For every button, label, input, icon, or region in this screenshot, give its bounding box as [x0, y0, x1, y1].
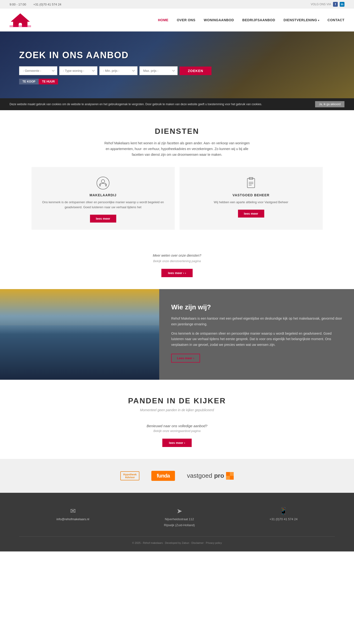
- cookie-text: Deze website maakt gebruik van cookies o…: [10, 102, 262, 106]
- facebook-icon[interactable]: f: [333, 2, 338, 7]
- nav: HOME OVER ONS WONINGAANBOD BEDRIJFSAANBO…: [158, 18, 344, 22]
- footer-phone: +31 (0)70 41 574 24: [269, 517, 297, 521]
- svg-rect-2: [10, 25, 31, 27]
- email-icon: ✉: [70, 507, 76, 515]
- hours: 9:00 - 17:00: [10, 2, 26, 6]
- koop-huur-tabs: TE KOOP TE HUUR: [19, 79, 335, 84]
- tab-huur[interactable]: TE HUUR: [39, 79, 58, 84]
- nav-bedrijfsaanbod[interactable]: BEDRIJFSAANBOD: [242, 18, 275, 22]
- footer-address-line1: Nijverheidsstraat 112: [165, 517, 194, 521]
- gemeente-select[interactable]: - Gemeente -: [19, 66, 57, 75]
- logo-icon: [10, 12, 31, 28]
- linkedin-icon[interactable]: in: [340, 2, 344, 7]
- search-bar: - Gemeente - - Type woning - - Min. prij…: [19, 66, 335, 75]
- vastgoed-icon: [187, 176, 315, 190]
- panden-cta-subtitle: Bekijk onze woningaanbod pagina: [19, 429, 335, 433]
- wie-image: [0, 289, 159, 380]
- meer-diensten-button[interactable]: lees meer ›: [161, 269, 193, 277]
- svg-rect-13: [226, 472, 230, 476]
- card-vastgoed: VASTGOED BEHEER Wij hebben een aparte af…: [180, 167, 323, 230]
- diensten-intro: Rehof Makelaars kent het wonen in al zij…: [103, 140, 251, 158]
- diensten-section: DIENSTEN Rehof Makelaars kent het wonen …: [0, 110, 354, 242]
- makelaardij-icon: [39, 176, 168, 190]
- nav-home[interactable]: HOME: [158, 18, 169, 22]
- panden-cta-button[interactable]: lees meer: [162, 439, 192, 447]
- wie-content: Wie zijn wij? Rehof Makelaars is een kan…: [159, 289, 354, 380]
- tab-koop[interactable]: TE KOOP: [19, 79, 39, 84]
- card-makelaardij: MAKELAARDIJ Ons kenmerk is de ontspannen…: [32, 167, 175, 230]
- social-label: VOLG ONS VIA: [311, 2, 331, 6]
- wie-section: Wie zijn wij? Rehof Makelaars is een kan…: [0, 289, 354, 380]
- panden-section: PANDEN IN DE KIJKER Momenteel geen pande…: [0, 380, 354, 459]
- geen-panden: Momenteel geen panden in de kijker gepub…: [19, 408, 335, 412]
- type-select[interactable]: - Type woning -: [59, 66, 97, 75]
- min-prijs-select[interactable]: - Min. prijs -: [99, 66, 138, 75]
- panden-cta: Benieuwd naar ons volledige aanbod? Beki…: [19, 424, 335, 447]
- diensten-cards: MAKELAARDIJ Ons kenmerk is de ontspannen…: [19, 167, 335, 230]
- nav-dienstverlening[interactable]: DIENSTVERLENING: [284, 18, 319, 22]
- footer-address-line2: Rijswijk (Zuid-Holland): [164, 523, 195, 527]
- max-prijs-select[interactable]: Max. prijs -: [139, 66, 178, 75]
- meer-diensten-question: Meer weten over onze diensten?: [19, 254, 335, 257]
- wie-title: Wie zijn wij?: [171, 304, 342, 311]
- diensten-title: DIENSTEN: [19, 127, 335, 136]
- meer-diensten-subtitle: Bekijk onze dienstverlening pagina: [19, 259, 335, 263]
- phone-number: +31 (0)70 41 574 24: [33, 2, 61, 6]
- wie-para2: Ons kenmerk is de ontspannen sfeer en pe…: [171, 331, 342, 348]
- logo[interactable]: [10, 12, 31, 28]
- footer-phone-item: 📱 +31 (0)70 41 574 24: [269, 507, 297, 527]
- topbar-right: VOLG ONS VIA f in: [311, 2, 344, 7]
- partner-vastgoedpro: vastgoed pro: [187, 472, 233, 480]
- card2-title: VASTGOED BEHEER: [187, 193, 315, 197]
- footer-address-item: ➤ Nijverheidsstraat 112 Rijswijk (Zuid-H…: [164, 507, 195, 527]
- wie-button[interactable]: Lees meer: [171, 354, 200, 362]
- svg-rect-14: [230, 472, 234, 476]
- nav-over-ons[interactable]: OVER ONS: [177, 18, 195, 22]
- meer-diensten-section: Meer weten over onze diensten? Bekijk on…: [0, 242, 354, 289]
- topbar: 9:00 - 17:00 +31 (0)70 41 574 24 VOLG ON…: [0, 0, 354, 8]
- cookie-accept-button[interactable]: Ja, ik ga akkoord: [315, 101, 344, 107]
- card1-title: MAKELAARDIJ: [39, 193, 168, 197]
- footer-copyright: © 2025 - Réhof makelaars · Developed by …: [132, 542, 222, 544]
- location-icon: ➤: [177, 507, 182, 515]
- wie-para1: Rehof Makelaars is een kantoor met een g…: [171, 316, 342, 327]
- cookie-bar: Deze website maakt gebruik van cookies o…: [0, 98, 354, 110]
- card1-desc: Ons kenmerk is de ontspannen sfeer en pe…: [39, 200, 168, 210]
- card1-button[interactable]: lees meer: [90, 215, 116, 222]
- panden-title: PANDEN IN DE KIJKER: [19, 396, 335, 405]
- topbar-left: 9:00 - 17:00 +31 (0)70 41 574 24: [10, 2, 61, 6]
- hero-section: ZOEK IN ONS AANBOD - Gemeente - - Type w…: [0, 32, 354, 98]
- search-button[interactable]: ZOEKEN: [180, 66, 211, 75]
- footer-contact: ✉ info@rehofmakelaars.nl ➤ Nijverheidsst…: [19, 507, 335, 527]
- footer: ✉ info@rehofmakelaars.nl ➤ Nijverheidsst…: [0, 493, 354, 552]
- vastgoedpro-logo-icon: [226, 472, 234, 480]
- card2-button[interactable]: lees meer: [238, 210, 264, 218]
- header: HOME OVER ONS WONINGAANBOD BEDRIJFSAANBO…: [0, 8, 354, 32]
- panden-cta-question: Benieuwd naar ons volledige aanbod?: [19, 424, 335, 428]
- svg-rect-9: [247, 178, 255, 188]
- card2-desc: Wij hebben een aparte afdeling voor Vast…: [187, 200, 315, 205]
- partners-section: Hypotheek Advisor funda vastgoed pro: [0, 459, 354, 493]
- nav-contact[interactable]: CONTACT: [327, 18, 344, 22]
- footer-bottom: © 2025 - Réhof makelaars · Developed by …: [19, 536, 335, 544]
- partner-funda: funda: [151, 471, 175, 481]
- svg-rect-15: [226, 476, 230, 480]
- svg-point-4: [102, 180, 105, 183]
- footer-email-item: ✉ info@rehofmakelaars.nl: [56, 507, 89, 527]
- partner-hypotheek: Hypotheek Advisor: [120, 471, 139, 480]
- footer-email[interactable]: info@rehofmakelaars.nl: [56, 517, 89, 521]
- svg-rect-16: [230, 476, 234, 480]
- hero-title: ZOEK IN ONS AANBOD: [19, 50, 335, 60]
- nav-woningaanbod[interactable]: WONINGAANBOD: [204, 18, 234, 22]
- phone-icon: 📱: [279, 507, 288, 515]
